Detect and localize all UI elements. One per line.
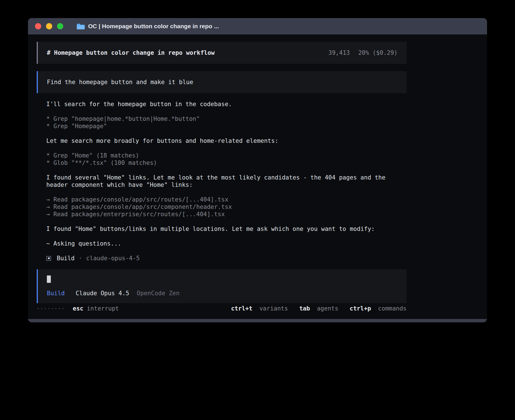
tool-call-group: * Grep "homepage|home.*button|Home.*butt… xyxy=(37,115,407,130)
tool-call-read: → Read packages/console/app/src/componen… xyxy=(46,203,407,211)
statusbar-left: ········ esc interrupt xyxy=(37,305,119,312)
tool-call-group: → Read packages/console/app/src/routes/[… xyxy=(37,196,407,218)
key-tab: tab xyxy=(299,305,310,312)
close-button[interactable] xyxy=(35,23,41,29)
session-title: # Homepage button color change in repo w… xyxy=(47,49,215,56)
tool-call-glob: * Glob "**/*.tsx" (100 matches) xyxy=(46,159,407,167)
folder-icon xyxy=(77,23,85,29)
key-esc-label: interrupt xyxy=(87,305,119,312)
context-cost: 20% ($0.29) xyxy=(358,49,398,56)
minimize-button[interactable] xyxy=(46,23,52,29)
agent-icon xyxy=(46,256,51,261)
input-provider-label: OpenCode Zen xyxy=(137,290,180,297)
tool-call-read: → Read packages/enterprise/src/routes/[.… xyxy=(46,211,407,218)
tool-call-grep: * Grep "homepage|home.*button|Home.*butt… xyxy=(46,115,407,123)
assistant-status-text: ~ Asking questions... xyxy=(46,240,407,247)
prompt-input[interactable]: Build Claude Opus 4.5 OpenCode Zen xyxy=(37,269,407,303)
key-hint: tab agents xyxy=(299,305,338,312)
key-ctrl-t-label: variants xyxy=(259,305,288,312)
agent-name: Build xyxy=(57,255,75,262)
key-ctrl-p: ctrl+p xyxy=(350,305,371,312)
key-hint: ctrl+p commands xyxy=(350,305,407,312)
statusbar-right: ctrl+t variants tab agents ctrl+p comman… xyxy=(231,305,407,312)
spinner-dots: ········ xyxy=(37,305,65,312)
zoom-button[interactable] xyxy=(57,23,63,29)
tool-call-grep: * Grep "Homepage" xyxy=(46,123,407,130)
key-ctrl-p-label: commands xyxy=(378,305,407,312)
agent-status-row: Build · claude-opus-4-5 xyxy=(46,255,407,262)
assistant-text: I found "Home" buttons/links in multiple… xyxy=(46,225,407,233)
token-count: 39,413 xyxy=(328,49,350,56)
input-meta-row: Build Claude Opus 4.5 OpenCode Zen xyxy=(47,290,398,297)
terminal-window: OC | Homepage button color change in rep… xyxy=(28,18,487,322)
key-esc: esc xyxy=(73,305,84,312)
key-ctrl-t: ctrl+t xyxy=(231,305,252,312)
input-model-label[interactable]: Claude Opus 4.5 xyxy=(76,290,129,297)
window-title-group: OC | Homepage button color change in rep… xyxy=(77,23,219,30)
window-title: OC | Homepage button color change in rep… xyxy=(88,23,219,30)
tool-call-group: * Grep "Home" (18 matches) * Glob "**/*.… xyxy=(37,152,407,167)
status-bar: ········ esc interrupt ctrl+t variants t… xyxy=(37,305,407,312)
terminal-content: # Homepage button color change in repo w… xyxy=(28,34,487,319)
session-header: # Homepage button color change in repo w… xyxy=(37,42,407,64)
agent-model: claude-opus-4-5 xyxy=(86,255,140,262)
tool-call-read: → Read packages/console/app/src/routes/[… xyxy=(46,196,407,203)
input-agent-label[interactable]: Build xyxy=(47,290,65,297)
user-message: Find the homepage button and make it blu… xyxy=(37,71,407,93)
session-stats: 39,413 20% ($0.29) xyxy=(328,49,398,56)
key-tab-label: agents xyxy=(317,305,338,312)
traffic-lights xyxy=(32,23,63,29)
assistant-text: Let me search more broadly for buttons a… xyxy=(46,137,407,145)
user-message-text: Find the homepage button and make it blu… xyxy=(47,79,193,86)
titlebar[interactable]: OC | Homepage button color change in rep… xyxy=(28,18,487,34)
key-hint: ctrl+t variants xyxy=(231,305,288,312)
prompt-text-line[interactable] xyxy=(47,275,398,283)
assistant-text: I'll search for the homepage button in t… xyxy=(46,100,407,108)
assistant-text: I found several "Home" links. Let me loo… xyxy=(46,174,407,189)
agent-separator: · xyxy=(78,255,82,262)
text-cursor xyxy=(47,275,51,283)
tool-call-grep: * Grep "Home" (18 matches) xyxy=(46,152,407,159)
